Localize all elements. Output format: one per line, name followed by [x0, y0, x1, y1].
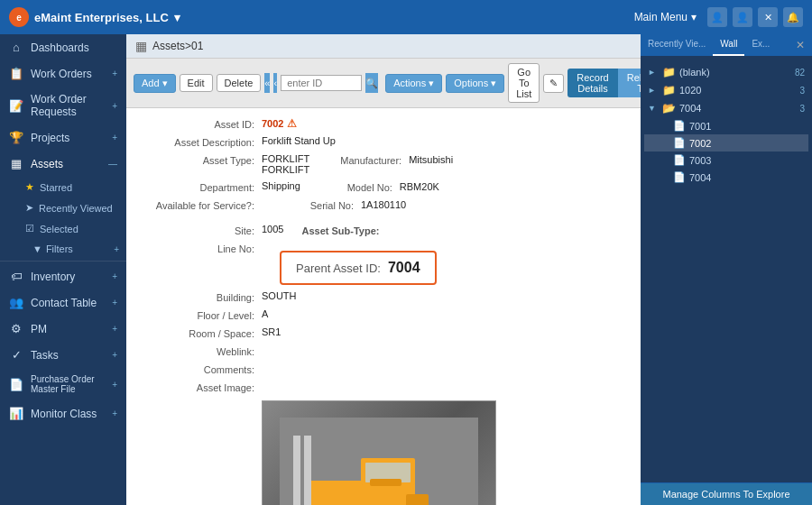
parent-asset-box: Parent Asset ID: 7004 — [280, 251, 437, 285]
sidebar-item-tasks[interactable]: ✓ Tasks + — [0, 342, 126, 368]
add-button[interactable]: Add ▾ — [134, 74, 176, 93]
filters-add-icon[interactable]: + — [114, 244, 119, 254]
nav-prev-button[interactable]: ‹ — [273, 73, 277, 93]
available-label: Available for Service?: — [135, 198, 262, 211]
tree-area: ► 📁 (blank) 82 ► 📁 1020 3 ▼ 📂 7004 — [641, 56, 812, 482]
sidebar-sub-starred[interactable]: ★ Starred — [25, 177, 126, 197]
sidebar-item-inventory[interactable]: 🏷 Inventory + — [0, 263, 126, 289]
sidebar-filters[interactable]: ▼ Filters + — [25, 239, 126, 259]
rp-tab-wall-label: Wall — [720, 39, 737, 49]
sidebar-item-assets[interactable]: ▦ Assets — — [0, 151, 126, 177]
tree-folder-icon-blank: 📁 — [662, 66, 676, 78]
notification-icon-btn[interactable]: 🔔 — [783, 7, 803, 27]
user2-icon-btn[interactable]: 👤 — [733, 7, 752, 27]
contact-add-icon[interactable]: + — [112, 298, 117, 308]
tab-related[interactable]: Related T... — [618, 69, 641, 97]
department-row: Department: Shipping Model No: RBM20K — [135, 180, 632, 193]
delete-button[interactable]: Delete — [217, 74, 262, 92]
go-to-list-button[interactable]: Go To List — [508, 63, 540, 103]
sidebar-item-work-order-requests[interactable]: 📝 Work Order Requests + — [0, 87, 126, 124]
model-no-value: RBM20K — [400, 181, 439, 192]
actions-dropdown-icon: ▾ — [429, 78, 434, 89]
asset-type-label: Asset Type: — [135, 153, 262, 166]
serial-no-label: Serial No: — [280, 198, 361, 211]
edit-icon-button[interactable]: ✎ — [543, 74, 564, 93]
tree-item-blank[interactable]: ► 📁 (blank) 82 — [644, 63, 808, 81]
tasks-add-icon[interactable]: + — [112, 350, 117, 360]
pm-add-icon[interactable]: + — [112, 324, 117, 334]
sidebar-item-monitor-class[interactable]: 📊 Monitor Class + — [0, 400, 126, 427]
warning-icon: ⚠ — [287, 117, 297, 130]
rp-tab-recently-viewed[interactable]: Recently Vie... — [641, 34, 713, 56]
right-panel: Recently Vie... Wall Ex... ✕ ► 📁 (blank)… — [641, 34, 812, 505]
parent-asset-label: Parent Asset ID: — [296, 262, 381, 275]
add-dropdown-icon: ▾ — [162, 78, 168, 89]
rp-tab-ex[interactable]: Ex... — [744, 34, 777, 56]
asset-type-row: Asset Type: FORKLIFT FORKLIFT Manufactur… — [135, 153, 632, 175]
nav-prev-icon: ‹ — [273, 78, 277, 88]
tree-file-icon-7004-leaf: 📄 — [673, 171, 686, 183]
nav-prev2-icon: « — [264, 78, 270, 88]
tree-label-7004-parent: 7004 — [679, 103, 701, 114]
tree-item-7004-leaf[interactable]: 📄 7004 — [644, 169, 808, 186]
sidebar-item-contact-table[interactable]: 👥 Contact Table + — [0, 289, 126, 316]
tree-item-1020[interactable]: ► 📁 1020 3 — [644, 81, 808, 99]
monitor-add-icon[interactable]: + — [112, 409, 117, 418]
recently-viewed-label: Recently Viewed — [39, 203, 113, 214]
search-button[interactable]: 🔍 — [365, 73, 378, 93]
building-row: Building: SOUTH — [135, 290, 632, 303]
sidebar-item-assets-label: Assets — [31, 158, 63, 170]
wor-add-icon[interactable]: + — [112, 101, 117, 111]
logo-icon: e — [9, 7, 29, 27]
asset-image-row: Asset Image: — [135, 381, 632, 393]
record-tabs: Record Details Related T... — [567, 69, 641, 97]
tab-record-details[interactable]: Record Details — [567, 69, 617, 97]
tree-expand-1020: ► — [648, 86, 659, 95]
room-value: SR1 — [262, 326, 632, 337]
search-input[interactable] — [281, 75, 362, 91]
tree-count-blank: 82 — [795, 68, 805, 78]
options-button[interactable]: Options ▾ — [446, 74, 504, 93]
parent-asset-value: 7004 — [388, 260, 420, 276]
sidebar-item-projects[interactable]: 🏆 Projects + — [0, 124, 126, 151]
room-row: Room / Space: SR1 — [135, 326, 632, 339]
sidebar-item-dashboards-label: Dashboards — [31, 41, 89, 54]
nav-prev2-button[interactable]: « — [264, 73, 270, 93]
rp-tab-wall[interactable]: Wall — [713, 34, 744, 56]
projects-add-icon[interactable]: + — [112, 133, 117, 142]
tree-label-7002: 7002 — [689, 138, 711, 149]
manage-columns-button[interactable]: Manage Columns To Explore — [641, 482, 812, 505]
work-orders-add-icon[interactable]: + — [112, 69, 117, 78]
tree-item-7004-parent[interactable]: ▼ 📂 7004 3 — [644, 99, 808, 117]
inventory-add-icon[interactable]: + — [112, 271, 117, 281]
po-add-icon[interactable]: + — [112, 380, 117, 390]
tree-item-7003[interactable]: 📄 7003 — [644, 152, 808, 169]
app-container: e eMaint Enterprises, LLC ▾ Main Menu ▾ … — [0, 0, 812, 505]
sidebar-item-work-orders[interactable]: 📋 Work Orders + — [0, 60, 126, 87]
breadcrumb-icon: ▦ — [135, 39, 147, 53]
main-menu-arrow: ▾ — [691, 11, 697, 23]
sidebar-item-dashboards[interactable]: ⌂ Dashboards — [0, 34, 126, 60]
selected-label: Selected — [40, 224, 78, 234]
edit-label: Edit — [188, 78, 205, 88]
right-panel-close[interactable]: ✕ — [789, 34, 812, 56]
close-icon-btn[interactable]: ✕ — [758, 7, 778, 27]
monitor-icon: 📊 — [9, 407, 23, 420]
edit-button[interactable]: Edit — [180, 74, 213, 92]
actions-button[interactable]: Actions ▾ — [385, 74, 442, 93]
pm-icon: ⚙ — [9, 322, 23, 335]
app-logo[interactable]: e eMaint Enterprises, LLC ▾ — [9, 7, 180, 27]
header-bar: e eMaint Enterprises, LLC ▾ Main Menu ▾ … — [0, 0, 812, 34]
assets-collapse-icon[interactable]: — — [108, 159, 117, 169]
sidebar-sub-selected[interactable]: ☑ Selected — [25, 218, 126, 239]
user-icon-btn[interactable]: 👤 — [707, 7, 727, 27]
sidebar-item-purchase-order[interactable]: 📄 Purchase Order Master File + — [0, 368, 126, 400]
tree-item-7002[interactable]: 📄 7002 — [644, 134, 808, 152]
main-menu[interactable]: Main Menu ▾ — [634, 11, 697, 23]
projects-icon: 🏆 — [9, 131, 23, 144]
building-label: Building: — [135, 290, 262, 303]
content-area: ⌂ Dashboards 📋 Work Orders + 📝 Work Orde… — [0, 34, 812, 505]
sidebar-sub-recently-viewed[interactable]: ➤ Recently Viewed — [25, 197, 126, 218]
tree-item-7001[interactable]: 📄 7001 — [644, 117, 808, 134]
sidebar-item-pm[interactable]: ⚙ PM + — [0, 316, 126, 342]
